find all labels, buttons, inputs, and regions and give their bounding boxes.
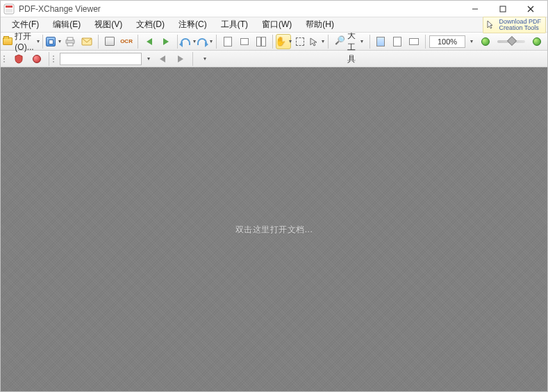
menubar: 文件(F) 编辑(E) 视图(V) 文档(D) 注释(C) 工具(T) 窗口(W…	[1, 17, 547, 33]
chevron-down-icon: ▾	[289, 38, 292, 44]
maximize-button[interactable]	[489, 1, 517, 17]
shield-icon	[13, 53, 24, 65]
fit-page-icon	[392, 36, 402, 47]
find-prev-button[interactable]	[154, 51, 171, 67]
chevron-down-icon: ▾	[37, 38, 40, 44]
separator	[272, 35, 273, 49]
scanner-icon	[105, 36, 115, 47]
page-facing-icon	[256, 36, 266, 47]
hand-icon: ✋	[275, 36, 286, 47]
badge-icon	[31, 53, 42, 65]
arrow-left-icon	[144, 36, 154, 47]
ocr-button[interactable]: OCR	[119, 34, 134, 49]
menu-help[interactable]: 帮助(H)	[299, 17, 341, 32]
separator	[49, 52, 49, 66]
zoom-tool-button[interactable]: 🔍 放大工具 ▾	[332, 34, 366, 49]
mail-icon	[81, 36, 92, 47]
separator	[177, 35, 178, 49]
separator	[216, 35, 217, 49]
slider-thumb-icon	[507, 35, 517, 45]
open-button[interactable]: 打开(O)... ▾	[3, 34, 39, 49]
magnifier-icon: 🔍	[335, 36, 345, 47]
hand-tool-button[interactable]: ✋▾	[276, 34, 291, 49]
svg-rect-8	[67, 37, 73, 40]
disk-icon	[46, 36, 56, 47]
fit-width-icon	[409, 36, 419, 47]
menu-tools[interactable]: 工具(T)	[214, 17, 255, 32]
print-button[interactable]	[63, 34, 78, 49]
nav-back-button[interactable]	[142, 34, 157, 49]
chevron-down-icon: ▾	[360, 38, 363, 44]
fit-actual-button[interactable]	[373, 34, 388, 49]
page-layout-single-button[interactable]	[220, 34, 235, 49]
chevron-down-icon: ▾	[58, 38, 61, 44]
folder-open-icon	[3, 36, 13, 47]
chevron-down-icon: ▾	[204, 56, 206, 62]
toolbar-grip[interactable]	[53, 53, 57, 65]
undo-button[interactable]: ▾	[181, 34, 196, 49]
menu-comments[interactable]: 注释(C)	[172, 17, 214, 32]
menu-view[interactable]: 视图(V)	[88, 17, 129, 32]
save-button[interactable]: ▾	[46, 34, 61, 49]
chevron-down-icon: ▾	[147, 56, 150, 62]
find-next-button[interactable]	[172, 51, 189, 67]
menu-edit[interactable]: 编辑(E)	[46, 17, 88, 32]
page-continuous-icon	[240, 36, 249, 47]
security-button[interactable]	[10, 51, 27, 67]
find-options-button[interactable]: ▾	[197, 51, 212, 67]
permissions-button[interactable]	[28, 51, 45, 67]
ocr-icon: OCR	[121, 36, 132, 47]
separator	[192, 52, 193, 66]
download-pdf-tools-label: Download PDF Creation Tools	[499, 19, 541, 31]
zoom-in-icon	[532, 36, 542, 47]
zoom-slider[interactable]	[497, 40, 525, 43]
arrow-right-icon	[161, 36, 171, 47]
toolbar-grip[interactable]	[3, 53, 8, 65]
menu-document[interactable]: 文档(D)	[129, 17, 172, 32]
document-area[interactable]: 双击这里打开文档...	[1, 67, 547, 392]
select-icon	[309, 36, 319, 47]
snapshot-icon	[295, 36, 305, 47]
window-title: PDF-XChange Viewer	[19, 4, 101, 14]
scan-button[interactable]	[102, 34, 117, 49]
separator	[328, 35, 329, 49]
arrow-left-icon	[157, 53, 168, 65]
cursor-icon	[485, 19, 496, 31]
page-layout-continuous-button[interactable]	[237, 34, 252, 49]
snapshot-tool-button[interactable]	[292, 34, 308, 49]
menu-window[interactable]: 窗口(W)	[255, 17, 299, 32]
zoom-in-button[interactable]	[529, 34, 545, 49]
find-dropdown-button[interactable]: ▾	[143, 51, 153, 67]
fit-width-button[interactable]	[406, 34, 422, 49]
empty-document-hint: 双击这里打开文档...	[235, 224, 313, 236]
email-button[interactable]	[79, 34, 94, 49]
svg-rect-4	[500, 6, 506, 12]
find-input[interactable]	[60, 53, 142, 65]
main-toolbar: 打开(O)... ▾ ▾ OCR ▾ ▾ ✋▾ ▾ 🔍 放大工具 ▾ ▾	[1, 33, 547, 51]
fit-page-button[interactable]	[390, 34, 405, 49]
select-tool-button[interactable]: ▾	[309, 34, 324, 49]
separator	[370, 35, 370, 49]
zoom-out-icon	[481, 36, 490, 47]
separator	[42, 35, 43, 49]
redo-icon	[197, 36, 207, 47]
close-button[interactable]	[517, 1, 545, 17]
download-pdf-tools-button[interactable]: Download PDF Creation Tools	[483, 17, 546, 33]
nav-forward-button[interactable]	[158, 34, 174, 49]
minimize-button[interactable]	[461, 1, 489, 17]
zoom-dropdown-button[interactable]: ▾	[467, 34, 476, 49]
arrow-right-icon	[175, 53, 186, 65]
zoom-input[interactable]	[429, 35, 465, 48]
zoom-out-button[interactable]	[478, 34, 493, 49]
svg-rect-9	[67, 43, 73, 46]
redo-button[interactable]: ▾	[197, 34, 213, 49]
printer-icon	[65, 36, 76, 47]
secondary-toolbar: ▾ ▾	[1, 51, 547, 67]
chevron-down-icon: ▾	[470, 38, 473, 44]
page-layout-facing-button[interactable]	[254, 34, 269, 49]
menu-file[interactable]: 文件(F)	[5, 17, 46, 32]
separator	[138, 35, 138, 49]
chevron-down-icon: ▾	[193, 38, 196, 44]
undo-icon	[181, 36, 190, 47]
svg-rect-2	[6, 9, 13, 12]
